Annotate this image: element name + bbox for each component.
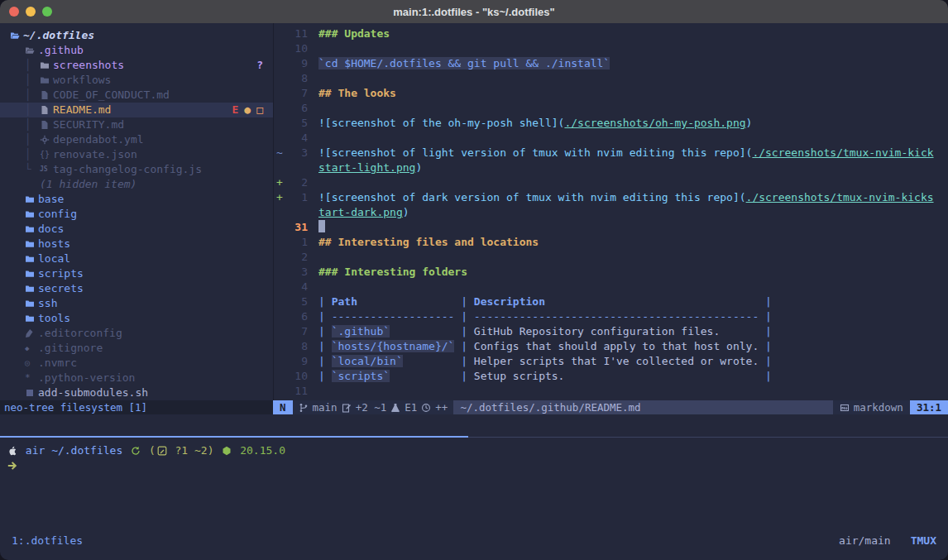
tree-item[interactable]: │screenshots? bbox=[0, 58, 273, 73]
tree-item[interactable]: local bbox=[0, 251, 273, 266]
editor-line[interactable]: tart-dark.png) bbox=[274, 205, 948, 220]
editor-line[interactable]: 3### Interesting folders bbox=[274, 265, 948, 280]
tree-item[interactable]: │SECURITY.md bbox=[0, 117, 273, 132]
tree-item[interactable]: │{}renovate.json bbox=[0, 147, 273, 162]
editor-line[interactable]: 9| `local/bin` | Helper scripts that I'v… bbox=[274, 354, 948, 369]
editor-line[interactable]: 11### Updates bbox=[274, 26, 948, 41]
branch-name: main bbox=[313, 400, 338, 414]
editor-line[interactable]: 1## Interesting files and locations bbox=[274, 235, 948, 250]
line-number: 7 bbox=[286, 86, 308, 101]
syntax-span: `.github` bbox=[332, 325, 390, 337]
editor-line[interactable]: ~3![screenshot of light version of tmux … bbox=[274, 146, 948, 160]
syntax-span: | bbox=[765, 355, 772, 367]
nodejs-icon bbox=[222, 446, 232, 456]
tree-item[interactable]: config bbox=[0, 207, 273, 222]
folder-icon bbox=[25, 209, 38, 219]
tree-item[interactable]: ~/.dotfiles bbox=[0, 28, 273, 43]
tree-item[interactable]: │dependabot.yml bbox=[0, 132, 273, 147]
editor-line[interactable]: 5| Path | Description | bbox=[274, 294, 948, 309]
syntax-span: | bbox=[461, 325, 474, 337]
syntax-span: Helper scripts that I've collected or wr… bbox=[474, 355, 759, 367]
editor-line[interactable]: 6 bbox=[274, 101, 948, 116]
syntax-span: | bbox=[318, 325, 332, 337]
tree-guide: │ bbox=[25, 58, 40, 73]
syntax-span: | bbox=[765, 370, 772, 382]
tree-item[interactable]: secrets bbox=[0, 281, 273, 296]
editor-pane[interactable]: 11### Updates 10 9`cd $HOME/.dotfiles &&… bbox=[273, 23, 948, 400]
syntax-span: | bbox=[765, 295, 772, 308]
line-text bbox=[308, 131, 318, 146]
tree-item[interactable]: *.python-version bbox=[0, 371, 273, 385]
tree-item[interactable]: hosts bbox=[0, 237, 273, 251]
tree-item[interactable]: ◆.gitignore bbox=[0, 341, 273, 356]
tree-item[interactable]: │workflows bbox=[0, 73, 273, 88]
editor-line[interactable]: 5![screenshot of the oh-my-posh shell](.… bbox=[274, 116, 948, 131]
editor-line[interactable]: 2 bbox=[274, 250, 948, 265]
syntax-span: ### Interesting folders bbox=[318, 266, 467, 278]
syntax-span: tart-dark.png bbox=[318, 206, 403, 218]
editor-line[interactable]: +2 bbox=[274, 175, 948, 190]
gutter-sign bbox=[274, 205, 286, 220]
line-text: `cd $HOME/.dotfiles && git pull && ./ins… bbox=[308, 56, 610, 71]
editor-line[interactable]: +1![screenshot of dark version of tmux w… bbox=[274, 190, 948, 205]
close-button[interactable] bbox=[9, 7, 19, 17]
tree-item-label: add-submodules.sh bbox=[38, 385, 148, 400]
editor-line[interactable]: 4 bbox=[274, 131, 948, 146]
line-number: 2 bbox=[286, 175, 308, 190]
editor-line[interactable]: 7## The looks bbox=[274, 86, 948, 101]
syntax-span: | bbox=[318, 295, 332, 308]
syntax-span: | bbox=[318, 355, 332, 367]
editor-line[interactable]: 4 bbox=[274, 280, 948, 294]
editor-line[interactable]: 8| `hosts/{hostname}/` | Configs that sh… bbox=[274, 339, 948, 354]
tree-item[interactable]: ◎.nvmrc bbox=[0, 356, 273, 371]
tree-item[interactable]: │README.mdE●□ bbox=[0, 103, 273, 117]
editor-line[interactable]: 31 bbox=[274, 220, 948, 235]
window-titlebar: main:1:.dotfiles - "ks~/.dotfiles" bbox=[0, 0, 948, 23]
shell-prompt: air ~/.dotfiles ( ?1 ~2) 20.15.0 bbox=[0, 443, 948, 458]
tree-item[interactable]: │CODE_OF_CONDUCT.md bbox=[0, 88, 273, 103]
tree-item[interactable]: add-submodules.sh bbox=[0, 385, 273, 400]
editor-line[interactable]: 7| `.github` | GitHub Repository configu… bbox=[274, 324, 948, 339]
prompt-input-line[interactable] bbox=[0, 458, 948, 473]
editor-line[interactable]: start-light.png) bbox=[274, 160, 948, 175]
shell-pane[interactable]: air ~/.dotfiles ( ?1 ~2) 20.15.0 bbox=[0, 443, 948, 473]
editor-line[interactable]: 6| ------------------- | ---------------… bbox=[274, 309, 948, 324]
neo-tree-panel: ~/.dotfiles.github│screenshots?│workflow… bbox=[0, 23, 273, 400]
syntax-span: | bbox=[318, 370, 332, 382]
tree-guide: │ bbox=[25, 147, 40, 162]
gutter-sign bbox=[274, 71, 286, 86]
editor-line[interactable]: 8 bbox=[274, 71, 948, 86]
tree-item[interactable]: base bbox=[0, 192, 273, 207]
line-number: 4 bbox=[286, 131, 308, 146]
tree-item[interactable]: ssh bbox=[0, 296, 273, 311]
editor-line[interactable]: 10| `scripts` | Setup scripts. | bbox=[274, 369, 948, 384]
editor-line[interactable]: 11 bbox=[274, 384, 948, 399]
line-number bbox=[286, 160, 308, 175]
line-number: 31 bbox=[286, 220, 308, 235]
tmux-pane-divider[interactable] bbox=[0, 436, 948, 438]
tree-guide: │ bbox=[25, 73, 40, 88]
syntax-span: ./screenshots/tmux-nvim-kicks bbox=[746, 191, 934, 203]
tree-item-label: (1 hidden item) bbox=[40, 177, 136, 192]
tree-item[interactable]: scripts bbox=[0, 266, 273, 281]
tree-item[interactable]: tools bbox=[0, 311, 273, 326]
tmux-window-label[interactable]: 1:.dotfiles bbox=[12, 533, 83, 549]
syntax-span: | bbox=[318, 340, 332, 352]
editor-line[interactable]: 10 bbox=[274, 41, 948, 56]
syntax-span bbox=[545, 295, 765, 308]
syntax-span bbox=[720, 325, 765, 337]
apple-icon bbox=[7, 446, 17, 456]
tree-item[interactable]: (1 hidden item) bbox=[0, 177, 273, 192]
editor-line[interactable]: 9`cd $HOME/.dotfiles && git pull && ./in… bbox=[274, 56, 948, 71]
tree-item[interactable]: docs bbox=[0, 222, 273, 237]
line-number: 9 bbox=[286, 56, 308, 71]
zoom-button[interactable] bbox=[42, 7, 52, 17]
tree-item[interactable]: .editorconfig bbox=[0, 326, 273, 341]
tree-item[interactable]: └JStag-changelog-config.js bbox=[0, 162, 273, 177]
minimize-button[interactable] bbox=[26, 7, 36, 17]
folder-icon bbox=[25, 269, 38, 279]
tree-item[interactable]: .github bbox=[0, 43, 273, 58]
syntax-span: Description bbox=[474, 295, 545, 308]
folder-icon bbox=[25, 299, 38, 309]
line-text: ## Interesting files and locations bbox=[308, 235, 539, 250]
